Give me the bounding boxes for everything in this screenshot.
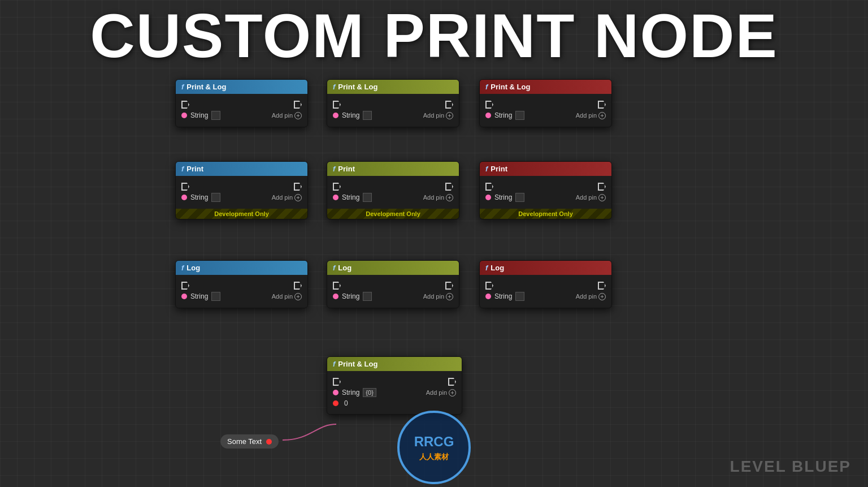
node-print-log-blue: f Print & Log String Add pin + [175, 79, 308, 127]
string-box-2[interactable] [363, 111, 372, 120]
exec-out-1[interactable] [294, 101, 302, 109]
string-input-10: String {0} [333, 388, 376, 397]
string-box-9[interactable] [515, 292, 524, 301]
string-row-4: String Add pin + [181, 193, 302, 202]
string-box-3[interactable] [515, 111, 524, 120]
add-pin-7[interactable]: Add pin + [272, 293, 302, 300]
f-icon-4: f [181, 165, 184, 173]
string-input-9: String [485, 292, 524, 301]
exec-in-9[interactable] [485, 282, 493, 290]
red-dot [333, 400, 338, 406]
node-header-4: f Print [176, 162, 307, 176]
add-pin-3[interactable]: Add pin + [576, 112, 606, 119]
exec-in-5[interactable] [333, 183, 341, 191]
exec-row-4 [181, 183, 302, 191]
add-pin-circle-3[interactable]: + [598, 112, 606, 119]
f-icon-7: f [181, 264, 184, 272]
add-pin-circle-8[interactable]: + [446, 293, 453, 300]
exec-out-8[interactable] [445, 282, 453, 290]
f-icon-2: f [333, 83, 335, 91]
add-pin-circle-2[interactable]: + [446, 112, 453, 119]
string-input-5: String [333, 193, 372, 202]
string-label-2: String [342, 111, 359, 119]
node-body-4: String Add pin + [176, 176, 307, 209]
node-print-blue: f Print String Add pin + Development Onl… [175, 161, 308, 219]
exec-in-7[interactable] [181, 282, 189, 290]
node-header-6: f Print [480, 162, 611, 176]
string-box-4[interactable] [211, 193, 220, 202]
add-pin-circle-5[interactable]: + [446, 194, 453, 201]
node-title-2: Print & Log [338, 83, 377, 91]
add-pin-1[interactable]: Add pin + [272, 112, 302, 119]
node-body-9: String Add pin + [480, 275, 611, 308]
add-pin-circle-6[interactable]: + [598, 194, 606, 201]
exec-out-9[interactable] [598, 282, 606, 290]
add-pin-circle-9[interactable]: + [598, 293, 606, 300]
add-pin-label-2: Add pin [423, 112, 444, 119]
node-title-7: Log [186, 264, 200, 272]
pink-dot-2 [333, 113, 338, 118]
exec-out-10[interactable] [448, 378, 456, 386]
exec-in-4[interactable] [181, 183, 189, 191]
add-pin-8[interactable]: Add pin + [423, 293, 453, 300]
exec-row-3 [485, 101, 606, 109]
node-header-1: f Print & Log [176, 80, 307, 94]
add-pin-circle-1[interactable]: + [294, 112, 302, 119]
exec-out-7[interactable] [294, 282, 302, 290]
string-box-7[interactable] [211, 292, 220, 301]
exec-out-5[interactable] [445, 183, 453, 191]
node-body-2: String Add pin + [327, 94, 459, 127]
pink-dot-7 [181, 294, 187, 299]
exec-in-10[interactable] [333, 378, 341, 386]
string-input-4: String [181, 193, 220, 202]
string-label-4: String [190, 193, 208, 201]
string-row-8: String Add pin + [333, 292, 453, 301]
string-label-8: String [342, 292, 359, 300]
pink-dot-10 [333, 390, 338, 395]
string-row-1: String Add pin + [181, 111, 302, 120]
some-text-label: Some Text [227, 437, 262, 446]
string-row-3: String Add pin + [485, 111, 606, 120]
f-icon-8: f [333, 264, 335, 272]
pink-dot-4 [181, 195, 187, 200]
add-pin-label-7: Add pin [272, 293, 293, 300]
exec-out-3[interactable] [598, 101, 606, 109]
exec-in-3[interactable] [485, 101, 493, 109]
add-pin-circle-7[interactable]: + [294, 293, 302, 300]
some-text-node: Some Text [220, 434, 279, 449]
extra-pin: 0 [333, 399, 348, 407]
string-box-5[interactable] [363, 193, 372, 202]
add-pin-6[interactable]: Add pin + [576, 194, 606, 201]
string-box-1[interactable] [211, 111, 220, 120]
node-log-blue: f Log String Add pin + [175, 260, 308, 308]
exec-in-6[interactable] [485, 183, 493, 191]
exec-row-2 [333, 101, 453, 109]
add-pin-2[interactable]: Add pin + [423, 112, 453, 119]
f-icon-5: f [333, 165, 335, 173]
dev-only-4: Development Only [176, 209, 307, 219]
f-icon-6: f [485, 165, 488, 173]
add-pin-circle-4[interactable]: + [294, 194, 302, 201]
add-pin-5[interactable]: Add pin + [423, 194, 453, 201]
add-pin-9[interactable]: Add pin + [576, 293, 606, 300]
pink-dot-9 [485, 294, 491, 299]
exec-out-6[interactable] [598, 183, 606, 191]
exec-out-2[interactable] [445, 101, 453, 109]
string-label-9: String [494, 292, 512, 300]
watermark: LEVEL BLUEP [730, 458, 851, 476]
node-print-red: f Print String Add pin + Development Onl… [479, 161, 612, 219]
exec-in-2[interactable] [333, 101, 341, 109]
string-box-10[interactable]: {0} [363, 388, 376, 397]
dev-only-6: Development Only [480, 209, 611, 219]
f-icon-3: f [485, 83, 488, 91]
exec-in-1[interactable] [181, 101, 189, 109]
node-header-2: f Print & Log [327, 80, 459, 94]
node-title-3: Print & Log [491, 83, 530, 91]
string-input-8: String [333, 292, 372, 301]
string-box-8[interactable] [363, 292, 372, 301]
string-box-6[interactable] [515, 193, 524, 202]
node-title-6: Print [491, 165, 507, 173]
add-pin-4[interactable]: Add pin + [272, 194, 302, 201]
exec-in-8[interactable] [333, 282, 341, 290]
exec-out-4[interactable] [294, 183, 302, 191]
